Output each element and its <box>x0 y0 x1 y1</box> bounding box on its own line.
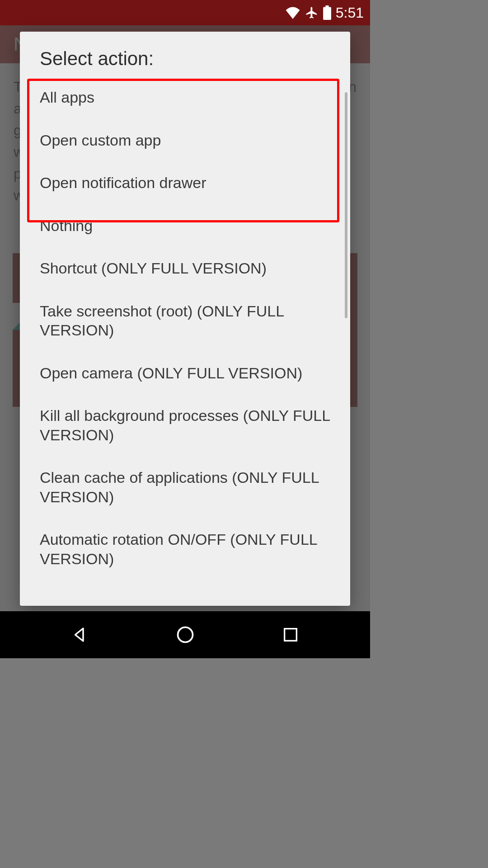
list-item-label: Take screenshot (root) (ONLY FULL VERSIO… <box>40 302 284 339</box>
action-item-nothing[interactable]: Nothing <box>25 204 345 247</box>
battery-icon <box>323 5 331 20</box>
select-action-dialog: Select action: All apps Open custom app … <box>20 32 350 606</box>
wifi-icon <box>285 6 300 19</box>
list-item-label: Shortcut (ONLY FULL VERSION) <box>40 259 267 277</box>
action-item-clean-cache[interactable]: Clean cache of applications (ONLY FULL V… <box>25 456 345 518</box>
nav-home-button[interactable] <box>172 621 199 648</box>
list-item-label: All apps <box>40 89 94 106</box>
list-item-label: Open notification drawer <box>40 174 206 191</box>
list-item-label: Open camera (ONLY FULL VERSION) <box>40 364 302 382</box>
list-item-label: Clean cache of applications (ONLY FULL V… <box>40 469 319 505</box>
nav-recent-button[interactable] <box>277 621 304 648</box>
action-item-take-screenshot[interactable]: Take screenshot (root) (ONLY FULL VERSIO… <box>25 290 345 352</box>
action-item-shortcut[interactable]: Shortcut (ONLY FULL VERSION) <box>25 247 345 290</box>
action-item-kill-background[interactable]: Kill all background processes (ONLY FULL… <box>25 394 345 456</box>
action-item-open-custom-app[interactable]: Open custom app <box>25 119 345 162</box>
scrollbar-thumb[interactable] <box>345 92 347 318</box>
svg-rect-1 <box>284 629 296 641</box>
status-bar: 5:51 <box>0 0 370 25</box>
airplane-icon <box>305 6 319 19</box>
list-item-label: Nothing <box>40 217 93 234</box>
navigation-bar <box>0 611 370 658</box>
action-item-all-apps[interactable]: All apps <box>25 76 345 119</box>
svg-point-0 <box>178 627 192 642</box>
dialog-title: Select action: <box>20 32 350 74</box>
list-item-label: Automatic rotation ON/OFF (ONLY FULL VER… <box>40 531 317 567</box>
dialog-list[interactable]: All apps Open custom app Open notificati… <box>20 74 350 606</box>
action-item-open-camera[interactable]: Open camera (ONLY FULL VERSION) <box>25 352 345 395</box>
action-item-auto-rotation[interactable]: Automatic rotation ON/OFF (ONLY FULL VER… <box>25 518 345 580</box>
status-time: 5:51 <box>336 5 364 21</box>
nav-back-button[interactable] <box>66 621 94 648</box>
list-item-label: Open custom app <box>40 132 161 149</box>
action-item-open-notification-drawer[interactable]: Open notification drawer <box>25 161 345 204</box>
list-item-label: Kill all background processes (ONLY FULL… <box>40 407 330 443</box>
